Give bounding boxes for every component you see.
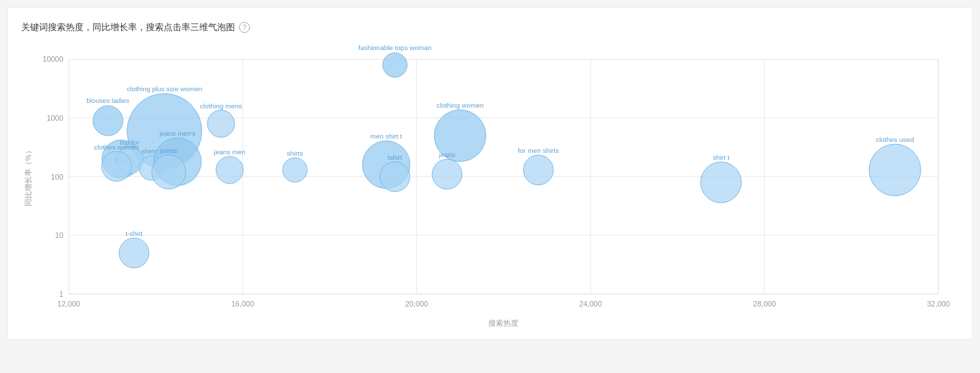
title-text: 关键词搜索热度，同比增长率，搜索点击率三维气泡图 xyxy=(21,21,235,34)
svg-text:24,000: 24,000 xyxy=(579,300,602,308)
bubble-chart-container: 11010010001000012,00016,00020,00024,0002… xyxy=(21,45,959,333)
svg-text:10000: 10000 xyxy=(42,55,63,63)
svg-point-27 xyxy=(93,106,123,136)
svg-text:pants: pants xyxy=(160,147,177,154)
svg-text:blouses ladies: blouses ladies xyxy=(86,97,129,104)
svg-text:clothes women: clothes women xyxy=(94,143,139,151)
svg-text:jeans men: jeans men xyxy=(213,148,245,156)
svg-text:for men shirts: for men shirts xyxy=(518,147,559,154)
svg-point-37 xyxy=(101,152,131,182)
svg-point-29 xyxy=(208,110,235,138)
svg-text:clothes used: clothes used xyxy=(876,136,914,143)
svg-text:16,000: 16,000 xyxy=(231,300,254,308)
svg-text:10: 10 xyxy=(55,231,63,239)
svg-text:fashionable tops woman: fashionable tops woman xyxy=(358,45,431,51)
svg-point-25 xyxy=(383,53,407,77)
svg-text:12,000: 12,000 xyxy=(58,300,80,308)
svg-text:28,000: 28,000 xyxy=(753,300,776,308)
svg-text:1000: 1000 xyxy=(47,114,63,122)
svg-point-45 xyxy=(216,156,244,184)
svg-text:jeans: jeans xyxy=(438,151,455,158)
svg-text:jeans men's: jeans men's xyxy=(159,130,196,137)
svg-point-61 xyxy=(869,144,920,195)
svg-text:clothing plus size women: clothing plus size women xyxy=(127,85,202,93)
svg-text:shirt t: shirt t xyxy=(713,154,729,161)
svg-point-43 xyxy=(152,155,186,189)
svg-text:搜索热度: 搜索热度 xyxy=(488,319,518,327)
svg-text:tshirt: tshirt xyxy=(388,154,403,161)
svg-text:20,000: 20,000 xyxy=(405,300,428,308)
svg-point-59 xyxy=(701,162,742,203)
svg-text:shirts: shirts xyxy=(287,149,303,157)
svg-point-51 xyxy=(380,162,410,192)
svg-text:clothing mens: clothing mens xyxy=(200,102,242,110)
svg-text:32,000: 32,000 xyxy=(927,300,950,308)
chart-title: 关键词搜索热度，同比增长率，搜索点击率三维气泡图 ? xyxy=(21,21,959,34)
svg-point-47 xyxy=(283,158,307,182)
svg-point-57 xyxy=(523,155,553,185)
svg-text:t-shirt: t-shirt xyxy=(125,230,142,237)
svg-text:同比增长率（%）: 同比增长率（%） xyxy=(24,147,32,206)
svg-text:1: 1 xyxy=(59,290,63,298)
svg-text:clothing women: clothing women xyxy=(436,101,483,109)
bubble-chart-svg: 11010010001000012,00016,00020,00024,0002… xyxy=(21,45,959,333)
svg-point-55 xyxy=(432,159,462,189)
svg-text:men shirt t: men shirt t xyxy=(370,132,402,140)
svg-point-63 xyxy=(119,238,149,268)
help-icon[interactable]: ? xyxy=(239,22,250,33)
chart-card: 关键词搜索热度，同比增长率，搜索点击率三维气泡图 ? 1101001000100… xyxy=(7,7,973,340)
svg-text:100: 100 xyxy=(51,173,63,181)
